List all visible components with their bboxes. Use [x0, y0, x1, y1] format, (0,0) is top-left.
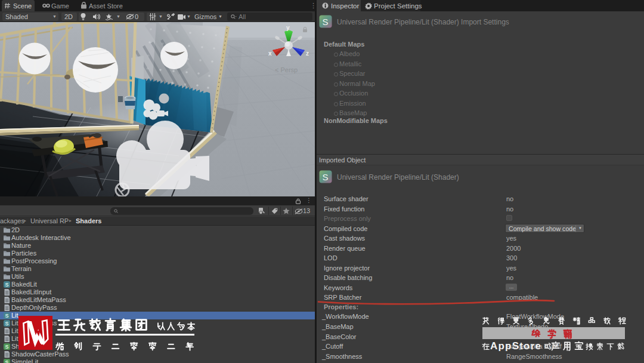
svg-text:x: x	[268, 50, 272, 57]
svg-text:y: y	[286, 24, 290, 31]
svg-text:z: z	[306, 50, 309, 57]
svg-text:< Persp: < Persp	[275, 66, 298, 73]
svg-text:S: S	[323, 172, 329, 182]
svg-text:S: S	[323, 17, 329, 27]
